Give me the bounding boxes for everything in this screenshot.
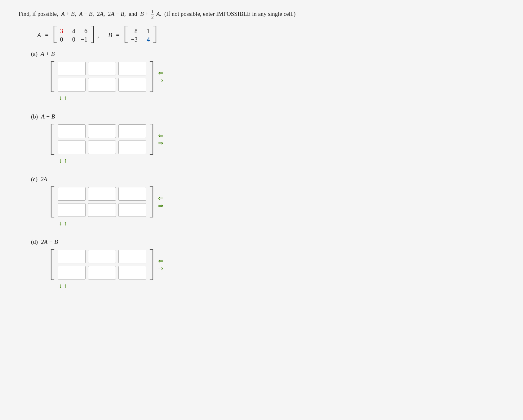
bracket-right-a [149, 60, 154, 93]
a11: 3 [60, 28, 63, 35]
matrix-a-bracket-left [53, 25, 58, 45]
op-a3: A [156, 11, 160, 17]
part-d-label: (d) 2A − B [31, 239, 504, 245]
a-cell-r2c1[interactable] [58, 78, 86, 92]
part-b-arrows: ⇐ ⇒ [158, 132, 163, 146]
part-c-sort-arrows: ↓ ↑ [59, 220, 504, 226]
op-a2: A [79, 11, 83, 17]
left-arrow-icon-b: ⇐ [158, 132, 163, 139]
d-cell-r2c2[interactable] [88, 266, 116, 279]
bracket-left-b [50, 123, 55, 155]
matrix-a-bracket-right [90, 25, 95, 45]
a-cell-r2c2[interactable] [88, 78, 116, 92]
a23: −1 [81, 36, 87, 43]
right-arrow-icon-b: ⇒ [158, 140, 163, 146]
d-cell-r1c1[interactable] [58, 250, 86, 263]
matrix-b-bracket-left [124, 25, 129, 45]
b-cell-r2c1[interactable] [58, 141, 86, 154]
b-cell-r1c3[interactable] [118, 124, 146, 138]
part-a-sort-arrows: ↓ ↑ [59, 95, 504, 101]
arrow-right-b[interactable]: ⇒ [158, 140, 163, 146]
part-b-matrix-container: ⇐ ⇒ [50, 123, 504, 155]
b-cell-r1c2[interactable] [88, 124, 116, 138]
b-cell-r1c1[interactable] [58, 124, 86, 138]
down-arrow-icon-a: ↓ [59, 94, 62, 101]
b11: 8 [131, 28, 138, 35]
part-a-section: (a) A + B ⇐ [19, 51, 504, 101]
sort-up-d[interactable]: ↑ [64, 283, 67, 289]
d-cell-r2c1[interactable] [58, 266, 86, 279]
c-cell-r1c2[interactable] [88, 187, 116, 201]
part-b-expr: A − B [41, 113, 55, 120]
minus-sign1: − [84, 11, 89, 17]
arrow-left-b[interactable]: ⇐ [158, 132, 163, 139]
b21: −3 [131, 36, 138, 43]
bracket-left-a [50, 60, 55, 93]
b22: 4 [143, 36, 150, 43]
a-cell-r2c3[interactable] [118, 78, 146, 92]
part-c-section: (c) 2A ⇐ ⇒ [19, 176, 504, 226]
sort-down-d[interactable]: ↓ [59, 283, 62, 289]
part-d-arrows: ⇐ ⇒ [158, 258, 163, 271]
part-d-letter: (d) [31, 239, 38, 245]
c-cell-r2c3[interactable] [118, 203, 146, 217]
arrow-left-c[interactable]: ⇐ [158, 195, 163, 201]
c-cell-r1c3[interactable] [118, 187, 146, 201]
up-arrow-icon-a: ↑ [64, 94, 67, 101]
part-a-letter: (a) [31, 51, 38, 57]
a-cell-r1c1[interactable] [58, 62, 86, 75]
problem-instruction: Find, if possible, A + B, A − B, 2A, 2A … [19, 9, 504, 20]
part-d-matrix-container: ⇐ ⇒ [50, 248, 504, 281]
matrix-b-def: B = 8 −1 −3 4 [108, 25, 157, 45]
op-2a-b: 2A − B [108, 11, 124, 17]
arrow-left-a[interactable]: ⇐ [158, 70, 163, 76]
b-cell-r2c2[interactable] [88, 141, 116, 154]
arrow-left-d[interactable]: ⇐ [158, 258, 163, 264]
b12: −1 [143, 28, 150, 35]
c-cell-r2c2[interactable] [88, 203, 116, 217]
sort-down-b[interactable]: ↓ [59, 157, 62, 163]
c-cell-r1c1[interactable] [58, 187, 86, 201]
b-cell-r2c3[interactable] [118, 141, 146, 154]
a-cell-r1c3[interactable] [118, 62, 146, 75]
part-c-arrows: ⇐ ⇒ [158, 195, 163, 209]
sort-down-a[interactable]: ↓ [59, 95, 62, 101]
comma-after-a: , [97, 32, 99, 39]
equals-b: = [114, 32, 121, 39]
a13: 6 [81, 28, 87, 35]
arrow-right-d[interactable]: ⇒ [158, 265, 163, 271]
d-cell-r1c2[interactable] [88, 250, 116, 263]
bracket-right-c [149, 186, 154, 218]
arrow-right-a[interactable]: ⇒ [158, 77, 163, 83]
a-cell-r1c2[interactable] [88, 62, 116, 75]
d-cell-r2c3[interactable] [118, 266, 146, 279]
left-arrow-icon-a: ⇐ [158, 69, 163, 76]
matrix-b-label: B [108, 32, 112, 39]
c-cell-r2c1[interactable] [58, 203, 86, 217]
part-d-sort-arrows: ↓ ↑ [59, 283, 504, 289]
part-b-answer-grid [58, 124, 146, 154]
part-b-section: (b) A − B ⇐ ⇒ [19, 113, 504, 163]
part-b-sort-arrows: ↓ ↑ [59, 157, 504, 163]
instruction-text: Find, if possible, [19, 11, 60, 17]
up-arrow-icon-d: ↑ [64, 282, 67, 289]
bracket-left-c [50, 186, 55, 218]
sort-up-b[interactable]: ↑ [64, 157, 67, 163]
matrix-a-def: A = 3 −4 6 0 0 −1 , [37, 25, 99, 45]
part-b-letter: (b) [31, 113, 38, 120]
op-a-plus-b: A [61, 11, 65, 17]
a22: 0 [69, 36, 75, 43]
sort-up-c[interactable]: ↑ [64, 220, 67, 226]
d-cell-r1c3[interactable] [118, 250, 146, 263]
op-b1: B [71, 11, 75, 17]
part-c-matrix-container: ⇐ ⇒ [50, 186, 504, 218]
left-arrow-icon-d: ⇐ [158, 257, 163, 264]
sort-up-a[interactable]: ↑ [64, 95, 67, 101]
sort-down-c[interactable]: ↓ [59, 220, 62, 226]
arrow-right-c[interactable]: ⇒ [158, 203, 163, 209]
right-arrow-icon-c: ⇒ [158, 202, 163, 209]
and-text: and [129, 11, 137, 17]
matrix-a-grid: 3 −4 6 0 0 −1 [60, 28, 88, 43]
part-a-matrix-container: ⇐ ⇒ [50, 60, 504, 93]
op-b3: B [140, 11, 144, 17]
